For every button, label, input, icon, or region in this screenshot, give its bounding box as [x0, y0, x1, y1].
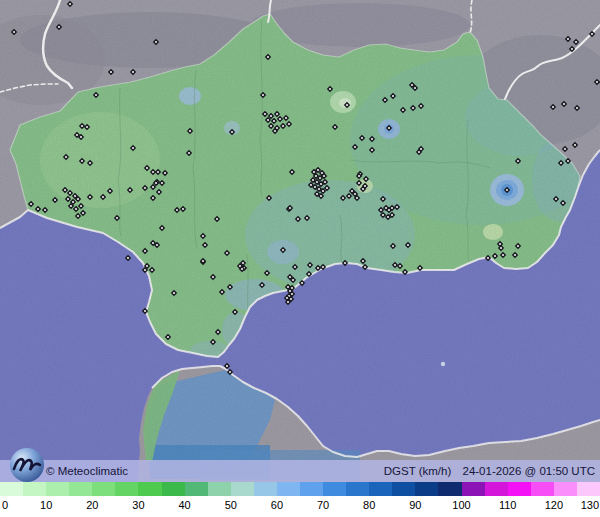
colorbar-segment — [300, 482, 323, 496]
colorbar-segment — [415, 482, 438, 496]
map-area: © Meteoclimatic DGST (km/h) 24-01-2026 @… — [0, 0, 600, 482]
colorbar-segment — [92, 482, 115, 496]
map-datetime: 24-01-2026 @ 01:50 UTC — [463, 465, 596, 477]
colorbar-segment — [162, 482, 185, 496]
meteoclimatic-logo — [7, 445, 47, 485]
weather-map-screen: © Meteoclimatic DGST (km/h) 24-01-2026 @… — [0, 0, 600, 517]
tick-label: 30 — [132, 499, 144, 511]
map-meta: DGST (km/h) 24-01-2026 @ 01:50 UTC — [376, 465, 595, 477]
tick-label: 0 — [2, 499, 8, 511]
colorbar-segment — [485, 482, 508, 496]
tick-label: 100 — [452, 499, 470, 511]
colorbar-segment — [23, 482, 46, 496]
tick-label: 10 — [40, 499, 52, 511]
colorbar-segment — [531, 482, 554, 496]
colorbar-segment — [277, 482, 300, 496]
colorbar-segment — [323, 482, 346, 496]
tick-label: 20 — [86, 499, 98, 511]
colorbar-segment — [138, 482, 161, 496]
colorbar-segment — [231, 482, 254, 496]
colorbar-segment — [392, 482, 415, 496]
attribution-text: © Meteoclimatic — [46, 465, 128, 477]
colorbar-segment — [185, 482, 208, 496]
gust-color-scale — [0, 482, 600, 496]
tick-label: 60 — [271, 499, 283, 511]
tick-label: 50 — [225, 499, 237, 511]
tick-label: 110 — [499, 499, 517, 511]
scale-tick-labels: 0102030405060708090100110120130 — [0, 496, 600, 517]
tick-label: 70 — [317, 499, 329, 511]
colorbar-segment — [69, 482, 92, 496]
metric-label: DGST (km/h) — [384, 465, 452, 477]
tick-label: 90 — [409, 499, 421, 511]
colorbar-segment — [254, 482, 277, 496]
terrain-texture — [0, 0, 600, 482]
colorbar-segment — [508, 482, 531, 496]
colorbar-segment — [0, 482, 23, 496]
colorbar-segment — [577, 482, 600, 496]
colorbar-segment — [115, 482, 138, 496]
colorbar-segment — [46, 482, 69, 496]
attribution-bar: © Meteoclimatic DGST (km/h) 24-01-2026 @… — [0, 460, 600, 482]
colorbar-segment — [462, 482, 485, 496]
colorbar-segment — [554, 482, 577, 496]
tick-label: 130 — [581, 499, 599, 511]
tick-label: 80 — [363, 499, 375, 511]
tick-label: 120 — [545, 499, 563, 511]
colorbar-segment — [438, 482, 461, 496]
tick-label: 40 — [178, 499, 190, 511]
colorbar-segment — [346, 482, 369, 496]
colorbar-segment — [369, 482, 392, 496]
gust-map-canvas — [0, 0, 600, 482]
colorbar-segment — [208, 482, 231, 496]
